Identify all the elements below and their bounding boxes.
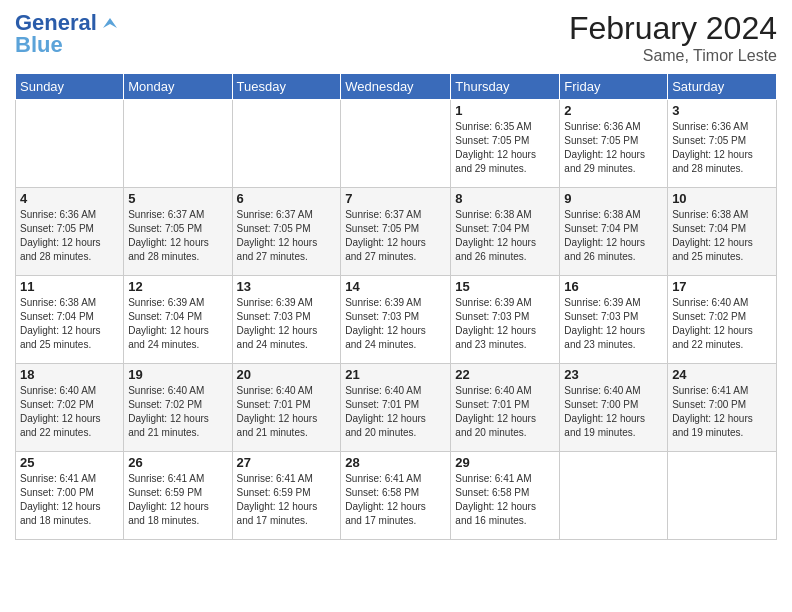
- day-info: Sunrise: 6:38 AMSunset: 7:04 PMDaylight:…: [455, 208, 555, 264]
- calendar-week-2: 4Sunrise: 6:36 AMSunset: 7:05 PMDaylight…: [16, 188, 777, 276]
- calendar: SundayMondayTuesdayWednesdayThursdayFrid…: [15, 73, 777, 540]
- calendar-week-4: 18Sunrise: 6:40 AMSunset: 7:02 PMDayligh…: [16, 364, 777, 452]
- calendar-cell: 18Sunrise: 6:40 AMSunset: 7:02 PMDayligh…: [16, 364, 124, 452]
- calendar-cell: [668, 452, 777, 540]
- day-number: 10: [672, 191, 772, 206]
- day-number: 13: [237, 279, 337, 294]
- calendar-cell: 28Sunrise: 6:41 AMSunset: 6:58 PMDayligh…: [341, 452, 451, 540]
- day-number: 25: [20, 455, 119, 470]
- day-info: Sunrise: 6:38 AMSunset: 7:04 PMDaylight:…: [564, 208, 663, 264]
- day-number: 18: [20, 367, 119, 382]
- calendar-cell: [560, 452, 668, 540]
- calendar-cell: 6Sunrise: 6:37 AMSunset: 7:05 PMDaylight…: [232, 188, 341, 276]
- calendar-cell: 12Sunrise: 6:39 AMSunset: 7:04 PMDayligh…: [124, 276, 232, 364]
- day-number: 2: [564, 103, 663, 118]
- calendar-cell: [16, 100, 124, 188]
- calendar-week-3: 11Sunrise: 6:38 AMSunset: 7:04 PMDayligh…: [16, 276, 777, 364]
- day-number: 26: [128, 455, 227, 470]
- day-number: 23: [564, 367, 663, 382]
- day-info: Sunrise: 6:36 AMSunset: 7:05 PMDaylight:…: [564, 120, 663, 176]
- day-info: Sunrise: 6:41 AMSunset: 6:58 PMDaylight:…: [455, 472, 555, 528]
- calendar-cell: 5Sunrise: 6:37 AMSunset: 7:05 PMDaylight…: [124, 188, 232, 276]
- calendar-cell: 2Sunrise: 6:36 AMSunset: 7:05 PMDaylight…: [560, 100, 668, 188]
- svg-marker-0: [103, 18, 117, 28]
- day-number: 27: [237, 455, 337, 470]
- day-number: 19: [128, 367, 227, 382]
- day-info: Sunrise: 6:40 AMSunset: 7:02 PMDaylight:…: [128, 384, 227, 440]
- day-number: 15: [455, 279, 555, 294]
- calendar-cell: [341, 100, 451, 188]
- day-info: Sunrise: 6:39 AMSunset: 7:03 PMDaylight:…: [345, 296, 446, 352]
- calendar-cell: 19Sunrise: 6:40 AMSunset: 7:02 PMDayligh…: [124, 364, 232, 452]
- day-number: 5: [128, 191, 227, 206]
- day-number: 17: [672, 279, 772, 294]
- day-info: Sunrise: 6:40 AMSunset: 7:00 PMDaylight:…: [564, 384, 663, 440]
- calendar-cell: 9Sunrise: 6:38 AMSunset: 7:04 PMDaylight…: [560, 188, 668, 276]
- day-info: Sunrise: 6:41 AMSunset: 6:59 PMDaylight:…: [128, 472, 227, 528]
- calendar-header-wednesday: Wednesday: [341, 74, 451, 100]
- calendar-cell: 1Sunrise: 6:35 AMSunset: 7:05 PMDaylight…: [451, 100, 560, 188]
- day-number: 3: [672, 103, 772, 118]
- day-info: Sunrise: 6:39 AMSunset: 7:03 PMDaylight:…: [237, 296, 337, 352]
- header: General Blue February 2024 Same, Timor L…: [15, 10, 777, 65]
- logo-bird-icon: [99, 14, 121, 32]
- day-number: 28: [345, 455, 446, 470]
- calendar-cell: 3Sunrise: 6:36 AMSunset: 7:05 PMDaylight…: [668, 100, 777, 188]
- calendar-body: 1Sunrise: 6:35 AMSunset: 7:05 PMDaylight…: [16, 100, 777, 540]
- calendar-cell: [232, 100, 341, 188]
- calendar-cell: 13Sunrise: 6:39 AMSunset: 7:03 PMDayligh…: [232, 276, 341, 364]
- page: General Blue February 2024 Same, Timor L…: [0, 0, 792, 612]
- day-info: Sunrise: 6:39 AMSunset: 7:03 PMDaylight:…: [564, 296, 663, 352]
- day-number: 22: [455, 367, 555, 382]
- day-info: Sunrise: 6:40 AMSunset: 7:01 PMDaylight:…: [237, 384, 337, 440]
- day-info: Sunrise: 6:39 AMSunset: 7:03 PMDaylight:…: [455, 296, 555, 352]
- day-info: Sunrise: 6:37 AMSunset: 7:05 PMDaylight:…: [128, 208, 227, 264]
- day-info: Sunrise: 6:41 AMSunset: 6:59 PMDaylight:…: [237, 472, 337, 528]
- day-info: Sunrise: 6:38 AMSunset: 7:04 PMDaylight:…: [20, 296, 119, 352]
- calendar-cell: 10Sunrise: 6:38 AMSunset: 7:04 PMDayligh…: [668, 188, 777, 276]
- day-info: Sunrise: 6:36 AMSunset: 7:05 PMDaylight:…: [20, 208, 119, 264]
- calendar-cell: 8Sunrise: 6:38 AMSunset: 7:04 PMDaylight…: [451, 188, 560, 276]
- calendar-header-sunday: Sunday: [16, 74, 124, 100]
- day-number: 29: [455, 455, 555, 470]
- calendar-cell: 16Sunrise: 6:39 AMSunset: 7:03 PMDayligh…: [560, 276, 668, 364]
- day-info: Sunrise: 6:40 AMSunset: 7:02 PMDaylight:…: [672, 296, 772, 352]
- day-number: 11: [20, 279, 119, 294]
- calendar-header-friday: Friday: [560, 74, 668, 100]
- day-number: 20: [237, 367, 337, 382]
- day-number: 24: [672, 367, 772, 382]
- day-number: 7: [345, 191, 446, 206]
- day-number: 21: [345, 367, 446, 382]
- calendar-cell: 11Sunrise: 6:38 AMSunset: 7:04 PMDayligh…: [16, 276, 124, 364]
- day-number: 1: [455, 103, 555, 118]
- calendar-cell: 22Sunrise: 6:40 AMSunset: 7:01 PMDayligh…: [451, 364, 560, 452]
- calendar-cell: 26Sunrise: 6:41 AMSunset: 6:59 PMDayligh…: [124, 452, 232, 540]
- calendar-cell: 25Sunrise: 6:41 AMSunset: 7:00 PMDayligh…: [16, 452, 124, 540]
- logo-blue: Blue: [15, 32, 63, 58]
- day-info: Sunrise: 6:36 AMSunset: 7:05 PMDaylight:…: [672, 120, 772, 176]
- day-info: Sunrise: 6:38 AMSunset: 7:04 PMDaylight:…: [672, 208, 772, 264]
- calendar-week-5: 25Sunrise: 6:41 AMSunset: 7:00 PMDayligh…: [16, 452, 777, 540]
- day-info: Sunrise: 6:41 AMSunset: 6:58 PMDaylight:…: [345, 472, 446, 528]
- calendar-header-tuesday: Tuesday: [232, 74, 341, 100]
- calendar-header-row: SundayMondayTuesdayWednesdayThursdayFrid…: [16, 74, 777, 100]
- subtitle: Same, Timor Leste: [569, 47, 777, 65]
- calendar-cell: 27Sunrise: 6:41 AMSunset: 6:59 PMDayligh…: [232, 452, 341, 540]
- day-info: Sunrise: 6:40 AMSunset: 7:02 PMDaylight:…: [20, 384, 119, 440]
- calendar-cell: 7Sunrise: 6:37 AMSunset: 7:05 PMDaylight…: [341, 188, 451, 276]
- calendar-cell: 15Sunrise: 6:39 AMSunset: 7:03 PMDayligh…: [451, 276, 560, 364]
- day-info: Sunrise: 6:39 AMSunset: 7:04 PMDaylight:…: [128, 296, 227, 352]
- calendar-cell: 14Sunrise: 6:39 AMSunset: 7:03 PMDayligh…: [341, 276, 451, 364]
- main-title: February 2024: [569, 10, 777, 47]
- day-info: Sunrise: 6:35 AMSunset: 7:05 PMDaylight:…: [455, 120, 555, 176]
- day-number: 9: [564, 191, 663, 206]
- day-info: Sunrise: 6:37 AMSunset: 7:05 PMDaylight:…: [237, 208, 337, 264]
- calendar-cell: 24Sunrise: 6:41 AMSunset: 7:00 PMDayligh…: [668, 364, 777, 452]
- day-info: Sunrise: 6:41 AMSunset: 7:00 PMDaylight:…: [672, 384, 772, 440]
- day-number: 12: [128, 279, 227, 294]
- day-number: 14: [345, 279, 446, 294]
- calendar-cell: [124, 100, 232, 188]
- calendar-header-monday: Monday: [124, 74, 232, 100]
- calendar-cell: 29Sunrise: 6:41 AMSunset: 6:58 PMDayligh…: [451, 452, 560, 540]
- calendar-header-thursday: Thursday: [451, 74, 560, 100]
